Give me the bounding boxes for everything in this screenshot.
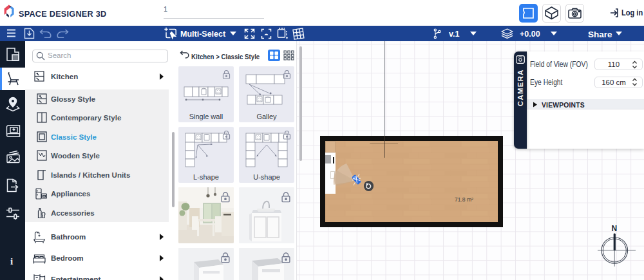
- svg-text:N: N: [612, 224, 618, 233]
